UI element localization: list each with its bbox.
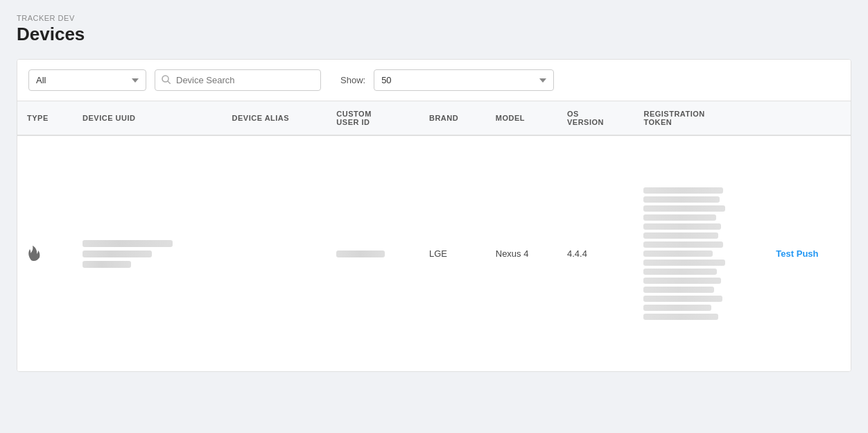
col-model: MODEL xyxy=(486,101,557,135)
svg-line-1 xyxy=(168,81,171,84)
col-os-version: OSVERSION xyxy=(557,101,634,135)
search-icon xyxy=(162,75,171,86)
cell-custom-user-id xyxy=(327,135,419,371)
filter-dropdown[interactable]: All iOS Android Web xyxy=(28,69,146,91)
toolbar: All iOS Android Web Show: xyxy=(17,60,851,101)
show-label: Show: xyxy=(340,75,365,85)
col-custom-user-id: CUSTOMUSER ID xyxy=(327,101,419,135)
search-wrapper xyxy=(155,69,321,91)
table-header-row: TYPE DEVICE UUID DEVICE ALIAS CUSTOMUSER… xyxy=(17,101,851,135)
test-push-button[interactable]: Test Push xyxy=(776,248,818,259)
table-row: LGE Nexus 4 4.4.4 xyxy=(17,135,851,371)
col-type: TYPE xyxy=(17,101,73,135)
col-device-uuid: DEVICE UUID xyxy=(73,101,222,135)
cell-actions: Test Push xyxy=(766,135,851,371)
cell-type xyxy=(17,135,73,371)
devices-table: TYPE DEVICE UUID DEVICE ALIAS CUSTOMUSER… xyxy=(17,101,851,371)
cell-device-alias xyxy=(223,135,327,371)
show-select[interactable]: 50 10 25 100 xyxy=(374,69,554,91)
search-input[interactable] xyxy=(155,69,321,91)
cell-registration-token xyxy=(634,135,766,371)
cell-model: Nexus 4 xyxy=(486,135,557,371)
android-icon xyxy=(27,248,42,264)
col-registration-token: REGISTRATIONTOKEN xyxy=(634,101,766,135)
cell-os-version: 4.4.4 xyxy=(557,135,634,371)
col-device-alias: DEVICE ALIAS xyxy=(223,101,327,135)
page-title: Devices xyxy=(17,24,851,45)
tracker-label: TRACKER DEV xyxy=(17,14,851,22)
cell-brand: LGE xyxy=(419,135,486,371)
col-actions xyxy=(766,101,851,135)
main-content: All iOS Android Web Show: xyxy=(17,59,851,372)
cell-device-uuid xyxy=(73,135,222,371)
col-brand: BRAND xyxy=(419,101,486,135)
page-container: TRACKER DEV Devices All iOS Android Web xyxy=(0,0,868,386)
